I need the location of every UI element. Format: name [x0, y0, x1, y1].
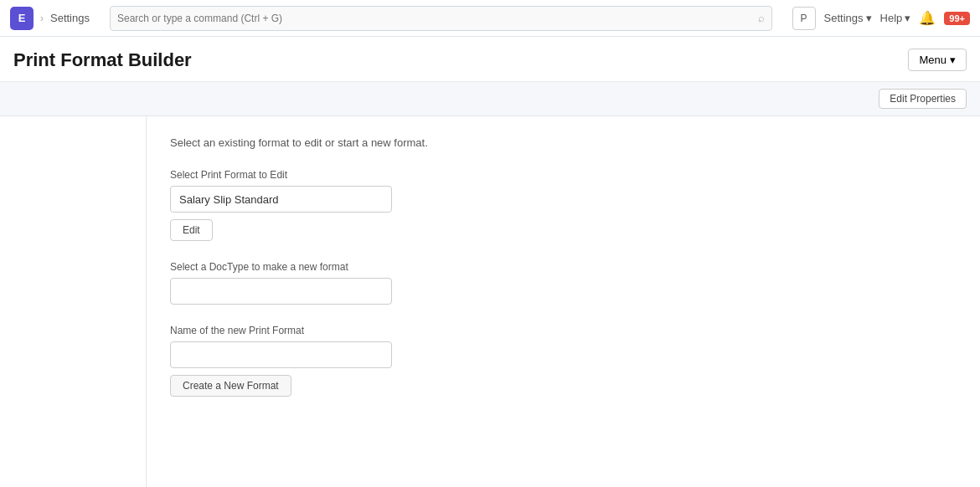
- search-icon: ⌕: [758, 12, 765, 24]
- top-nav: E › Settings ⌕ P Settings ▾ Help ▾ 🔔 99+: [0, 0, 980, 37]
- settings-nav-button[interactable]: Settings ▾: [824, 12, 872, 24]
- select-format-input[interactable]: [170, 186, 392, 213]
- edit-properties-button[interactable]: Edit Properties: [879, 89, 967, 109]
- profile-badge[interactable]: P: [792, 7, 816, 30]
- edit-button[interactable]: Edit: [170, 219, 213, 241]
- menu-button[interactable]: Menu ▾: [908, 49, 967, 71]
- select-doctype-section: Select a DocType to make a new format: [170, 261, 957, 305]
- bell-icon[interactable]: 🔔: [919, 10, 936, 26]
- page-header: Print Format Builder Menu ▾: [0, 37, 980, 82]
- form-panel: Select an existing format to edit or sta…: [147, 116, 980, 487]
- search-input[interactable]: [117, 13, 758, 24]
- toolbar: Edit Properties: [0, 82, 980, 116]
- menu-dropdown-icon: ▾: [950, 54, 956, 66]
- settings-dropdown-icon: ▾: [866, 12, 872, 24]
- form-intro-text: Select an existing format to edit or sta…: [170, 136, 957, 149]
- help-dropdown-icon: ▾: [905, 12, 910, 24]
- notifications-badge[interactable]: 99+: [944, 12, 970, 25]
- select-format-label: Select Print Format to Edit: [170, 169, 957, 181]
- left-panel: [0, 116, 147, 487]
- nav-right: P Settings ▾ Help ▾ 🔔 99+: [792, 7, 970, 30]
- breadcrumb-chevron: ›: [40, 13, 44, 24]
- help-nav-button[interactable]: Help ▾: [880, 12, 911, 24]
- breadcrumb-settings: Settings: [50, 12, 90, 24]
- page-title: Print Format Builder: [13, 49, 192, 71]
- main-content: Select an existing format to edit or sta…: [0, 116, 980, 487]
- app-logo[interactable]: E: [10, 7, 34, 30]
- search-bar[interactable]: ⌕: [110, 6, 772, 31]
- new-format-label: Name of the new Print Format: [170, 325, 957, 336]
- select-doctype-label: Select a DocType to make a new format: [170, 261, 957, 273]
- select-format-section: Select Print Format to Edit Edit: [170, 169, 957, 241]
- new-format-section: Name of the new Print Format Create a Ne…: [170, 325, 957, 397]
- select-doctype-input[interactable]: [170, 278, 392, 305]
- create-new-format-button[interactable]: Create a New Format: [170, 375, 291, 397]
- new-format-input[interactable]: [170, 341, 392, 368]
